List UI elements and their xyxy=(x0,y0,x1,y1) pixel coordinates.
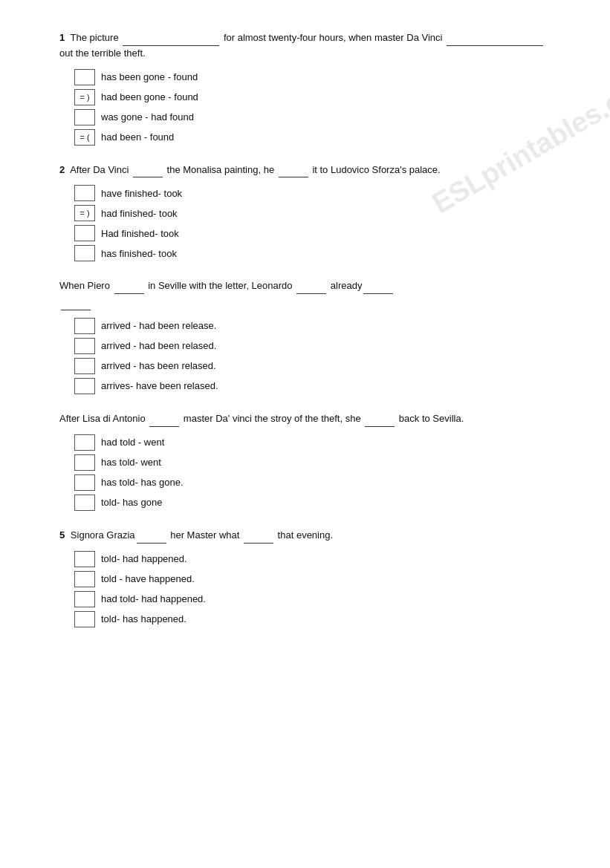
question-2: 2 After Da Vinci the Monalisa painting, … xyxy=(59,162,551,262)
option-2c-box[interactable] xyxy=(74,225,95,241)
blank-2-1 xyxy=(133,162,163,178)
question-1-number: 1 xyxy=(59,32,65,43)
question-4-text: After Lisa di Antonio master Da' vinci t… xyxy=(59,411,551,427)
option-4c-box[interactable] xyxy=(74,474,95,491)
option-1b-label: had been gone - found xyxy=(101,91,198,102)
option-1a-box[interactable] xyxy=(74,69,95,85)
option-4b[interactable]: has told- went xyxy=(74,454,551,471)
blank-3-1 xyxy=(114,278,144,294)
option-2a[interactable]: have finished- took xyxy=(74,185,551,201)
question-2-options: have finished- took = ) had finished- to… xyxy=(74,185,551,261)
option-2d-box[interactable] xyxy=(74,245,95,261)
option-4a[interactable]: had told - went xyxy=(74,434,551,451)
option-2d[interactable]: has finished- took xyxy=(74,245,551,261)
option-5a-box[interactable] xyxy=(74,551,95,567)
option-2a-label: have finished- took xyxy=(101,188,182,199)
option-5a-label: told- had happened. xyxy=(101,553,187,564)
option-3b[interactable]: arrived - had been relased. xyxy=(74,338,551,354)
option-3d-box[interactable] xyxy=(74,378,95,394)
option-1b-box[interactable]: = ) xyxy=(74,89,95,105)
blank-3-4 xyxy=(61,294,91,310)
option-3d-label: arrives- have been relased. xyxy=(101,380,218,391)
option-1d-label: had been - found xyxy=(101,131,174,143)
blank-4-1 xyxy=(149,411,179,427)
option-3a-label: arrived - had been release. xyxy=(101,320,216,331)
option-4a-label: had told - went xyxy=(101,437,164,448)
option-5b[interactable]: told - have happened. xyxy=(74,571,551,587)
question-5-number: 5 xyxy=(59,529,65,541)
option-2b-box[interactable]: = ) xyxy=(74,205,95,221)
option-3c-box[interactable] xyxy=(74,358,95,374)
blank-2-2 xyxy=(279,162,308,178)
option-3b-box[interactable] xyxy=(74,338,95,354)
option-1d-box[interactable]: = ( xyxy=(74,129,95,146)
question-2-number: 2 xyxy=(59,164,65,175)
question-4-options: had told - went has told- went has told-… xyxy=(74,434,551,511)
option-5c[interactable]: had told- had happened. xyxy=(74,591,551,607)
option-2d-label: has finished- took xyxy=(101,248,177,259)
option-1a-label: has been gone - found xyxy=(101,71,198,82)
blank-1-1 xyxy=(123,30,219,46)
option-5d-box[interactable] xyxy=(74,611,95,627)
option-3b-label: arrived - had been relased. xyxy=(101,340,216,351)
option-5c-box[interactable] xyxy=(74,591,95,607)
option-4b-box[interactable] xyxy=(74,454,95,471)
option-3c-label: arrived - has been relased. xyxy=(101,360,216,371)
option-3a-box[interactable] xyxy=(74,318,95,334)
blank-3-3 xyxy=(363,278,393,294)
option-5d[interactable]: told- has happened. xyxy=(74,611,551,627)
question-5-options: told- had happened. told - have happened… xyxy=(74,551,551,627)
option-4a-box[interactable] xyxy=(74,434,95,451)
option-1c[interactable]: was gone - had found xyxy=(74,109,551,125)
option-1d[interactable]: = ( had been - found xyxy=(74,129,551,146)
option-4d-label: told- has gone xyxy=(101,497,162,508)
blank-1-2 xyxy=(447,30,543,46)
option-1c-label: was gone - had found xyxy=(101,111,194,123)
option-4c[interactable]: has told- has gone. xyxy=(74,474,551,491)
option-3d[interactable]: arrives- have been relased. xyxy=(74,378,551,394)
question-5-text: 5 Signora Grazia her Master what that ev… xyxy=(59,527,551,544)
question-4: After Lisa di Antonio master Da' vinci t… xyxy=(59,411,551,511)
option-5b-label: told - have happened. xyxy=(101,573,195,584)
option-1a[interactable]: has been gone - found xyxy=(74,69,551,85)
blank-3-2 xyxy=(296,278,326,294)
option-4d-box[interactable] xyxy=(74,495,95,511)
option-1c-box[interactable] xyxy=(74,109,95,125)
question-3-text: When Piero in Seville with the letter, L… xyxy=(59,278,551,310)
question-3: When Piero in Seville with the letter, L… xyxy=(59,278,551,394)
question-1-options: has been gone - found = ) had been gone … xyxy=(74,69,551,146)
worksheet: 1 The picture for almost twenty-four hou… xyxy=(59,30,551,627)
question-1: 1 The picture for almost twenty-four hou… xyxy=(59,30,551,146)
option-1b[interactable]: = ) had been gone - found xyxy=(74,89,551,105)
question-2-text: 2 After Da Vinci the Monalisa painting, … xyxy=(59,162,551,178)
option-5c-label: had told- had happened. xyxy=(101,593,206,604)
option-2c-label: Had finished- took xyxy=(101,228,179,239)
option-2c[interactable]: Had finished- took xyxy=(74,225,551,241)
blank-5-2 xyxy=(244,527,273,544)
option-5a[interactable]: told- had happened. xyxy=(74,551,551,567)
option-5d-label: told- has happened. xyxy=(101,613,186,624)
option-5b-box[interactable] xyxy=(74,571,95,587)
option-4b-label: has told- went xyxy=(101,457,161,468)
option-2b-label: had finished- took xyxy=(101,208,178,219)
option-3a[interactable]: arrived - had been release. xyxy=(74,318,551,334)
option-2a-box[interactable] xyxy=(74,185,95,201)
blank-5-1 xyxy=(137,527,166,544)
option-4c-label: has told- has gone. xyxy=(101,477,184,488)
option-4d[interactable]: told- has gone xyxy=(74,495,551,511)
option-2b[interactable]: = ) had finished- took xyxy=(74,205,551,221)
question-5: 5 Signora Grazia her Master what that ev… xyxy=(59,527,551,627)
option-3c[interactable]: arrived - has been relased. xyxy=(74,358,551,374)
question-1-text: 1 The picture for almost twenty-four hou… xyxy=(59,30,551,62)
question-3-options: arrived - had been release. arrived - ha… xyxy=(74,318,551,394)
blank-4-2 xyxy=(365,411,395,427)
